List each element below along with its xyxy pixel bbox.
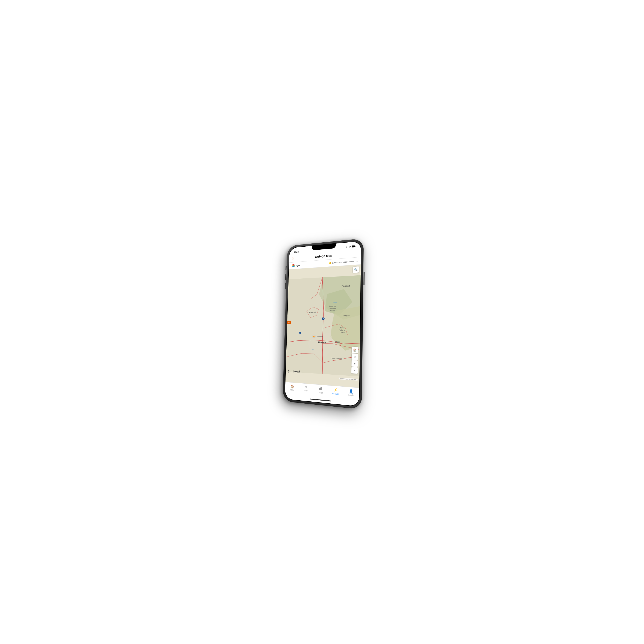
svg-rect-2 <box>355 246 356 246</box>
svg-text:Coconino: Coconino <box>329 305 336 307</box>
phone-screen: 7:34 ✈ <box>285 241 361 406</box>
home-indicator <box>285 394 359 406</box>
pay-tab-label: Pay <box>304 389 308 392</box>
outage-tab-icon: ⚡ <box>333 388 338 392</box>
svg-rect-24 <box>321 387 322 390</box>
airplane-icon: ✈ <box>346 246 348 249</box>
bell-icon: 🔔 <box>328 261 331 264</box>
svg-text:Prescott: Prescott <box>309 311 316 313</box>
aps-logo-icon <box>291 263 295 268</box>
svg-text:Flagstaff: Flagstaff <box>342 285 350 287</box>
login-tab-icon: 👤 <box>349 389 354 394</box>
tab-usage[interactable]: Usage <box>313 386 328 394</box>
svg-text:Mesa: Mesa <box>335 341 340 343</box>
search-icon: 🔍 <box>354 268 358 271</box>
tab-pay[interactable]: $ Pay <box>299 385 313 392</box>
svg-text:80: 80 <box>299 332 301 334</box>
aps-logo-text: aps <box>296 264 300 267</box>
home-bar <box>310 399 331 402</box>
login-tab-label: Log in <box>348 394 354 396</box>
menu-icon[interactable]: ☰ <box>355 259 358 263</box>
svg-text:Casa Grande: Casa Grande <box>331 357 342 360</box>
battery-icon <box>352 245 356 248</box>
svg-text:National: National <box>330 307 336 309</box>
close-button[interactable]: ✕ <box>292 257 294 261</box>
outage-tab-label: Outage <box>332 392 339 395</box>
svg-text:Forest: Forest <box>340 331 345 333</box>
map-attribution: esri, here, garmin, nga, usg... <box>339 378 358 381</box>
scene: 7:34 ✈ <box>225 225 419 419</box>
zoom-in-button[interactable]: + <box>351 360 358 367</box>
home-button[interactable]: 🏠 <box>352 347 358 353</box>
pay-tab-icon: $ <box>305 385 307 389</box>
phone-wrapper: 7:34 ✈ <box>283 238 364 410</box>
silent-button <box>286 266 287 270</box>
usage-tab-label: Usage <box>318 391 323 394</box>
location-button[interactable]: ◎ <box>352 353 358 360</box>
svg-rect-23 <box>320 387 321 390</box>
svg-rect-0 <box>352 245 355 247</box>
svg-text:Tonto: Tonto <box>340 327 344 329</box>
toolbar-right: 🔔 subscribe to outage alerts ☰ <box>328 259 358 265</box>
phone-shell: 7:34 ✈ <box>283 238 364 410</box>
scale-label-15: 15 <box>292 372 293 373</box>
alert-text: subscribe to outage alerts <box>332 260 354 264</box>
svg-text:Peoria: Peoria <box>317 335 323 338</box>
svg-text:Forest: Forest <box>330 309 335 311</box>
status-icons: ✈ <box>346 245 356 249</box>
svg-rect-22 <box>319 388 320 390</box>
wifi-icon <box>348 246 351 248</box>
map-background: 17 80 Flagstaff Prescott Payson Tonto Na… <box>286 264 361 388</box>
home-tab-icon: 🏠 <box>290 384 294 389</box>
zoom-out-button[interactable]: − <box>351 367 358 374</box>
notch <box>312 244 336 251</box>
status-time: 7:34 <box>294 250 299 254</box>
svg-text:National: National <box>339 329 345 331</box>
usage-tab-icon <box>319 387 322 391</box>
svg-text:Phoenix: Phoenix <box>317 341 326 344</box>
nav-title: Outage Map <box>315 254 332 258</box>
map-controls: 🏠 ◎ + − <box>351 347 358 374</box>
map-search-button[interactable]: 🔍 <box>353 266 359 273</box>
tab-home[interactable]: 🏠 Home <box>285 384 299 392</box>
svg-rect-1 <box>352 246 355 247</box>
tab-login[interactable]: 👤 Log in <box>343 389 359 397</box>
scale-label-0: 0 <box>288 371 289 373</box>
home-tab-label: Home <box>290 389 294 391</box>
tab-outage[interactable]: ⚡ Outage <box>328 387 343 396</box>
outage-pill[interactable]: L <box>287 321 291 324</box>
power-button <box>363 272 365 285</box>
svg-text:17: 17 <box>323 318 324 319</box>
map-area[interactable]: 17 80 Flagstaff Prescott Payson Tonto Na… <box>286 264 361 388</box>
alert-button[interactable]: 🔔 subscribe to outage alerts <box>328 260 354 264</box>
svg-text:Payson: Payson <box>343 314 350 317</box>
scale-label-30: 30mi <box>297 372 300 374</box>
aps-logo: aps <box>291 263 300 268</box>
phone-bezel: 7:34 ✈ <box>284 241 361 407</box>
